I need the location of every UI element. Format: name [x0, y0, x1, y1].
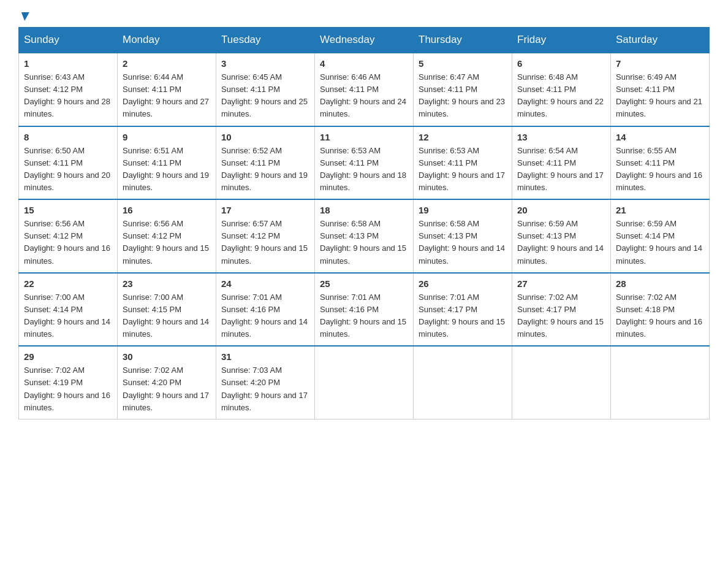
calendar-day-15: 15 Sunrise: 6:56 AMSunset: 4:12 PMDaylig… [19, 199, 118, 273]
day-number: 30 [123, 351, 211, 362]
day-info: Sunrise: 6:55 AMSunset: 4:11 PMDaylight:… [616, 145, 704, 194]
calendar-day-31: 31 Sunrise: 7:03 AMSunset: 4:20 PMDaylig… [216, 346, 315, 419]
day-info: Sunrise: 7:03 AMSunset: 4:20 PMDaylight:… [221, 364, 309, 414]
calendar-day-25: 25 Sunrise: 7:01 AMSunset: 4:16 PMDaylig… [315, 273, 414, 347]
day-info: Sunrise: 6:57 AMSunset: 4:12 PMDaylight:… [221, 218, 309, 267]
day-number: 7 [616, 58, 704, 69]
day-number: 10 [221, 132, 309, 142]
calendar-empty [512, 346, 611, 419]
day-info: Sunrise: 6:59 AMSunset: 4:13 PMDaylight:… [517, 218, 605, 267]
calendar-day-3: 3 Sunrise: 6:45 AMSunset: 4:11 PMDayligh… [216, 53, 315, 126]
day-info: Sunrise: 6:54 AMSunset: 4:11 PMDaylight:… [517, 145, 605, 194]
day-info: Sunrise: 6:51 AMSunset: 4:11 PMDaylight:… [123, 145, 211, 194]
day-number: 22 [24, 278, 112, 289]
day-number: 16 [123, 205, 211, 215]
calendar-day-6: 6 Sunrise: 6:48 AMSunset: 4:11 PMDayligh… [512, 53, 611, 126]
calendar-day-7: 7 Sunrise: 6:49 AMSunset: 4:11 PMDayligh… [611, 53, 710, 126]
page-header [18, 12, 710, 21]
day-number: 4 [320, 58, 408, 69]
calendar-week-5: 29 Sunrise: 7:02 AMSunset: 4:19 PMDaylig… [19, 346, 710, 419]
day-number: 1 [24, 58, 112, 69]
calendar-day-26: 26 Sunrise: 7:01 AMSunset: 4:17 PMDaylig… [414, 273, 512, 347]
day-number: 8 [24, 132, 112, 142]
calendar-day-9: 9 Sunrise: 6:51 AMSunset: 4:11 PMDayligh… [118, 126, 216, 200]
day-number: 21 [616, 205, 704, 215]
calendar-day-18: 18 Sunrise: 6:58 AMSunset: 4:13 PMDaylig… [315, 199, 414, 273]
calendar-day-23: 23 Sunrise: 7:00 AMSunset: 4:15 PMDaylig… [118, 273, 216, 347]
day-info: Sunrise: 6:53 AMSunset: 4:11 PMDaylight:… [419, 145, 507, 194]
day-info: Sunrise: 7:01 AMSunset: 4:17 PMDaylight:… [419, 291, 507, 341]
calendar-day-30: 30 Sunrise: 7:02 AMSunset: 4:20 PMDaylig… [118, 346, 216, 419]
calendar-week-3: 15 Sunrise: 6:56 AMSunset: 4:12 PMDaylig… [19, 199, 710, 273]
calendar-week-4: 22 Sunrise: 7:00 AMSunset: 4:14 PMDaylig… [19, 273, 710, 347]
calendar-day-16: 16 Sunrise: 6:56 AMSunset: 4:12 PMDaylig… [118, 199, 216, 273]
day-info: Sunrise: 7:00 AMSunset: 4:14 PMDaylight:… [24, 291, 112, 341]
day-info: Sunrise: 6:52 AMSunset: 4:11 PMDaylight:… [221, 145, 309, 194]
day-number: 31 [221, 351, 309, 362]
calendar-day-11: 11 Sunrise: 6:53 AMSunset: 4:11 PMDaylig… [315, 126, 414, 200]
day-number: 9 [123, 132, 211, 142]
calendar-day-17: 17 Sunrise: 6:57 AMSunset: 4:12 PMDaylig… [216, 199, 315, 273]
day-info: Sunrise: 6:44 AMSunset: 4:11 PMDaylight:… [123, 71, 211, 121]
day-number: 28 [616, 278, 704, 289]
day-number: 3 [221, 58, 309, 69]
calendar-day-28: 28 Sunrise: 7:02 AMSunset: 4:18 PMDaylig… [611, 273, 710, 347]
day-info: Sunrise: 6:59 AMSunset: 4:14 PMDaylight:… [616, 218, 704, 267]
day-info: Sunrise: 6:47 AMSunset: 4:11 PMDaylight:… [419, 71, 507, 121]
calendar-day-19: 19 Sunrise: 6:58 AMSunset: 4:13 PMDaylig… [414, 199, 512, 273]
day-number: 29 [24, 351, 112, 362]
calendar-day-21: 21 Sunrise: 6:59 AMSunset: 4:14 PMDaylig… [611, 199, 710, 273]
day-info: Sunrise: 7:02 AMSunset: 4:20 PMDaylight:… [123, 364, 211, 414]
day-info: Sunrise: 7:00 AMSunset: 4:15 PMDaylight:… [123, 291, 211, 341]
day-number: 26 [419, 278, 507, 289]
day-number: 20 [517, 205, 605, 215]
logo-chevron-icon [19, 12, 29, 21]
calendar-day-12: 12 Sunrise: 6:53 AMSunset: 4:11 PMDaylig… [414, 126, 512, 200]
day-number: 18 [320, 205, 408, 215]
day-info: Sunrise: 6:58 AMSunset: 4:13 PMDaylight:… [419, 218, 507, 267]
calendar-day-4: 4 Sunrise: 6:46 AMSunset: 4:11 PMDayligh… [315, 53, 414, 126]
weekday-header-sunday: Sunday [19, 28, 118, 53]
calendar-day-10: 10 Sunrise: 6:52 AMSunset: 4:11 PMDaylig… [216, 126, 315, 200]
day-number: 17 [221, 205, 309, 215]
calendar-day-22: 22 Sunrise: 7:00 AMSunset: 4:14 PMDaylig… [19, 273, 118, 347]
day-number: 15 [24, 205, 112, 215]
calendar-day-13: 13 Sunrise: 6:54 AMSunset: 4:11 PMDaylig… [512, 126, 611, 200]
weekday-header-tuesday: Tuesday [216, 28, 315, 53]
day-info: Sunrise: 6:50 AMSunset: 4:11 PMDaylight:… [24, 145, 112, 194]
day-info: Sunrise: 7:01 AMSunset: 4:16 PMDaylight:… [221, 291, 309, 341]
day-info: Sunrise: 6:56 AMSunset: 4:12 PMDaylight:… [123, 218, 211, 267]
weekday-header-monday: Monday [118, 28, 216, 53]
calendar-week-1: 1 Sunrise: 6:43 AMSunset: 4:12 PMDayligh… [19, 53, 710, 126]
day-number: 12 [419, 132, 507, 142]
day-number: 23 [123, 278, 211, 289]
calendar-empty [315, 346, 414, 419]
calendar-day-1: 1 Sunrise: 6:43 AMSunset: 4:12 PMDayligh… [19, 53, 118, 126]
calendar-day-20: 20 Sunrise: 6:59 AMSunset: 4:13 PMDaylig… [512, 199, 611, 273]
calendar-day-14: 14 Sunrise: 6:55 AMSunset: 4:11 PMDaylig… [611, 126, 710, 200]
day-number: 11 [320, 132, 408, 142]
day-number: 6 [517, 58, 605, 69]
weekday-header-thursday: Thursday [414, 28, 512, 53]
day-number: 25 [320, 278, 408, 289]
day-info: Sunrise: 7:02 AMSunset: 4:18 PMDaylight:… [616, 291, 704, 341]
day-info: Sunrise: 6:45 AMSunset: 4:11 PMDaylight:… [221, 71, 309, 121]
day-number: 2 [123, 58, 211, 69]
day-number: 19 [419, 205, 507, 215]
day-info: Sunrise: 7:02 AMSunset: 4:19 PMDaylight:… [24, 364, 112, 414]
day-info: Sunrise: 6:48 AMSunset: 4:11 PMDaylight:… [517, 71, 605, 121]
logo [18, 12, 28, 21]
day-info: Sunrise: 6:56 AMSunset: 4:12 PMDaylight:… [24, 218, 112, 267]
day-number: 27 [517, 278, 605, 289]
day-info: Sunrise: 6:53 AMSunset: 4:11 PMDaylight:… [320, 145, 408, 194]
calendar-week-2: 8 Sunrise: 6:50 AMSunset: 4:11 PMDayligh… [19, 126, 710, 200]
day-number: 5 [419, 58, 507, 69]
day-info: Sunrise: 6:58 AMSunset: 4:13 PMDaylight:… [320, 218, 408, 267]
calendar-day-8: 8 Sunrise: 6:50 AMSunset: 4:11 PMDayligh… [19, 126, 118, 200]
day-number: 24 [221, 278, 309, 289]
weekday-header-friday: Friday [512, 28, 611, 53]
weekday-header-saturday: Saturday [611, 28, 710, 53]
calendar-day-27: 27 Sunrise: 7:02 AMSunset: 4:17 PMDaylig… [512, 273, 611, 347]
calendar-empty [611, 346, 710, 419]
day-info: Sunrise: 6:43 AMSunset: 4:12 PMDaylight:… [24, 71, 112, 121]
